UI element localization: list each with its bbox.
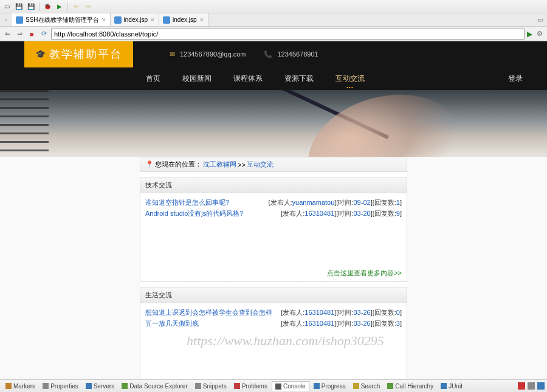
more-link[interactable]: 点击这里查看更多内容>> bbox=[327, 269, 402, 277]
email-text: 1234567890@qq.com bbox=[180, 50, 246, 58]
tab-label: index.jsp bbox=[124, 16, 148, 23]
post-replies-link[interactable]: 9 bbox=[396, 210, 400, 217]
logo-text: 教学辅助平台 bbox=[49, 47, 122, 61]
url-input[interactable] bbox=[51, 29, 525, 40]
post-user-link[interactable]: 16310481 bbox=[304, 320, 334, 327]
close-icon[interactable]: ✕ bbox=[101, 17, 106, 23]
settings-icon[interactable]: ⚙ bbox=[535, 29, 545, 39]
go-button[interactable]: ▶ bbox=[527, 30, 532, 38]
separator bbox=[67, 2, 68, 11]
back-icon[interactable]: ⇦ bbox=[72, 2, 80, 11]
post-user-link[interactable]: yuanmamatou bbox=[292, 199, 335, 206]
post-date-link[interactable]: 03-26 bbox=[353, 309, 370, 316]
bottom-tab[interactable]: Properties bbox=[40, 381, 81, 391]
view-icon bbox=[234, 383, 240, 389]
bottom-tab[interactable]: Snippets bbox=[192, 381, 230, 391]
clear-console-icon[interactable] bbox=[518, 382, 525, 390]
debug-icon[interactable]: 🐞 bbox=[43, 2, 52, 11]
post-title-link[interactable]: Android studio没有js的代码风格? bbox=[145, 208, 243, 219]
site-logo[interactable]: 🎓 教学辅助平台 bbox=[24, 41, 133, 67]
toggle-panel-icon[interactable]: ▫ bbox=[0, 16, 12, 24]
section-body: 谁知道空指针是怎么回事呢?[发布人:yuanmamatou][时间:09-02]… bbox=[140, 193, 407, 266]
post-meta: [发布人:16310481][时间:03-26][回复数:3] bbox=[281, 318, 402, 329]
envelope-icon: ✉ bbox=[170, 50, 175, 58]
console-toolbar bbox=[518, 382, 545, 390]
ide-main-toolbar: ▭ 💾 💾 🐞 ▶ ⇦ ⇨ bbox=[0, 0, 547, 13]
save-icon[interactable]: 💾 bbox=[15, 2, 23, 11]
post-replies-link[interactable]: 0 bbox=[396, 309, 400, 316]
save-all-icon[interactable]: 💾 bbox=[27, 2, 35, 11]
display-console-icon[interactable] bbox=[537, 382, 545, 390]
post-user-link[interactable]: 16310481 bbox=[304, 210, 334, 217]
forward-button[interactable]: ⇒ bbox=[15, 29, 24, 39]
tab-label: index.jsp bbox=[173, 16, 196, 23]
bottom-tab[interactable]: Servers bbox=[83, 381, 117, 391]
run-icon[interactable]: ▶ bbox=[55, 2, 64, 11]
nav-item[interactable]: 课程体系 bbox=[233, 74, 263, 84]
bottom-tab-label: Console bbox=[283, 383, 306, 390]
content-area: 📍 您现在的位置： 沈工教辅网 >> 互动交流 技术交流谁知道空指针是怎么回事呢… bbox=[140, 157, 407, 379]
post-user-link[interactable]: 16310481 bbox=[304, 309, 334, 316]
refresh-button[interactable]: ⟳ bbox=[39, 29, 49, 39]
post-title-link[interactable]: 五一放几天假到底 bbox=[145, 318, 199, 329]
browser-viewport: 🎓 教学辅助平台 ✉ 1234567890@qq.com 📞 123456789… bbox=[0, 41, 547, 379]
nav-item[interactable]: 校园新闻 bbox=[182, 74, 212, 84]
post-title-link[interactable]: 想知道上课迟到会怎样被学生会查到会怎样 bbox=[145, 307, 272, 318]
section-body: 想知道上课迟到会怎样被学生会查到会怎样[发布人:16310481][时间:03-… bbox=[140, 303, 407, 376]
nav-item[interactable]: 互动交流 bbox=[335, 74, 365, 84]
breadcrumb-prefix: 您现在的位置： bbox=[155, 160, 202, 169]
breadcrumb-link-home[interactable]: 沈工教辅网 bbox=[203, 160, 236, 169]
post-date-link[interactable]: 03-26 bbox=[353, 320, 370, 327]
editor-tab[interactable]: index.jsp✕ bbox=[159, 13, 208, 26]
post-title-link[interactable]: 谁知道空指针是怎么回事呢? bbox=[145, 197, 229, 208]
breadcrumb: 📍 您现在的位置： 沈工教辅网 >> 互动交流 bbox=[140, 157, 407, 172]
forward-icon[interactable]: ⇨ bbox=[84, 2, 92, 11]
bottom-tab[interactable]: Search bbox=[350, 381, 384, 391]
bottom-tab-label: Snippets bbox=[203, 383, 227, 390]
bottom-tab[interactable]: Console bbox=[272, 381, 309, 391]
post-row: 想知道上课迟到会怎样被学生会查到会怎样[发布人:16310481][时间:03-… bbox=[145, 307, 402, 318]
contact-phone: 📞 12345678901 bbox=[264, 50, 318, 58]
maximize-icon[interactable]: ▭ bbox=[537, 16, 543, 24]
section-footer: 点击这里查看更多内容>> bbox=[140, 266, 407, 281]
bottom-tab-label: Servers bbox=[94, 383, 114, 390]
ide-bottom-bar: MarkersPropertiesServersData Source Expl… bbox=[0, 379, 547, 392]
globe-icon bbox=[163, 16, 170, 24]
site-header: 🎓 教学辅助平台 ✉ 1234567890@qq.com 📞 123456789… bbox=[0, 41, 547, 90]
bottom-tab[interactable]: Call Hierarchy bbox=[384, 381, 436, 391]
close-icon[interactable]: ✕ bbox=[199, 17, 204, 23]
editor-tab[interactable]: index.jsp✕ bbox=[111, 13, 159, 26]
close-icon[interactable]: ✕ bbox=[150, 17, 155, 23]
post-meta: [发布人:16310481][时间:03-26][回复数:0] bbox=[281, 307, 402, 318]
nav-item[interactable]: 资源下载 bbox=[284, 74, 314, 84]
bottom-tab-label: Markers bbox=[13, 383, 35, 390]
post-date-link[interactable]: 03-20 bbox=[353, 210, 370, 217]
bottom-tab[interactable]: JUnit bbox=[438, 381, 466, 391]
website: 🎓 教学辅助平台 ✉ 1234567890@qq.com 📞 123456789… bbox=[0, 41, 547, 379]
back-button[interactable]: ⇐ bbox=[2, 29, 12, 39]
breadcrumb-link-current[interactable]: 互动交流 bbox=[247, 160, 274, 169]
post-date-link[interactable]: 09-02 bbox=[353, 199, 370, 206]
bottom-tab[interactable]: Problems bbox=[231, 381, 270, 391]
bottom-tab[interactable]: Progress bbox=[311, 381, 349, 391]
nav-item[interactable]: 首页 bbox=[146, 74, 160, 84]
view-icon bbox=[314, 383, 320, 389]
hero-banner bbox=[0, 90, 547, 157]
bottom-tab[interactable]: Data Source Explorer bbox=[119, 381, 191, 391]
post-replies-link[interactable]: 3 bbox=[396, 320, 400, 327]
contact-bar: ✉ 1234567890@qq.com 📞 12345678901 bbox=[170, 50, 318, 58]
bottom-tab-label: JUnit bbox=[449, 383, 463, 390]
stop-button[interactable]: ■ bbox=[27, 29, 36, 39]
login-link[interactable]: 登录 bbox=[508, 74, 523, 84]
bottom-tab-label: Progress bbox=[322, 383, 346, 390]
bottom-tab[interactable]: Markers bbox=[2, 381, 38, 391]
pin-console-icon[interactable] bbox=[528, 382, 535, 390]
view-icon bbox=[441, 383, 447, 389]
main-nav: 首页校园新闻课程体系资源下载互动交流登录 bbox=[0, 67, 547, 90]
new-icon[interactable]: ▭ bbox=[2, 2, 11, 11]
contact-email: ✉ 1234567890@qq.com bbox=[170, 50, 246, 58]
editor-tab[interactable]: SSH在线教学辅助管理平台✕ bbox=[12, 13, 111, 26]
forum-section: 技术交流谁知道空指针是怎么回事呢?[发布人:yuanmamatou][时间:09… bbox=[140, 177, 407, 282]
view-icon bbox=[387, 383, 393, 389]
post-replies-link[interactable]: 1 bbox=[396, 199, 400, 206]
